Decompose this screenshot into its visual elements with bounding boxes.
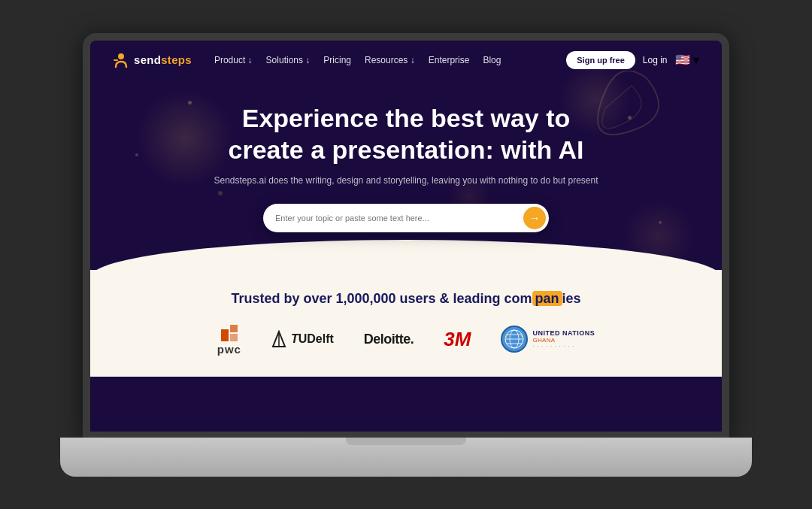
un-text-block: UNITED NATIONS GHANA · · · · · · · · · ·: [532, 329, 595, 350]
svg-rect-3: [230, 325, 238, 332]
company-logos-row: pwc TUDelft: [120, 323, 692, 356]
nav-links: Product ↓ Solutions ↓ Pricing Resources …: [214, 55, 566, 65]
nav-resources[interactable]: Resources ↓: [365, 55, 415, 65]
deloitte-logo: Deloitte.: [364, 332, 414, 347]
nav-pricing[interactable]: Pricing: [323, 55, 351, 65]
un-globe-icon: [503, 328, 526, 350]
trusted-section: Trusted by over 1,000,000 users & leadin…: [90, 270, 722, 377]
pwc-text: pwc: [217, 343, 241, 356]
tudelft-text: TUDelft: [291, 332, 334, 346]
hero-title: Experience the best way to create a pres…: [150, 102, 662, 166]
hero-section: Experience the best way to create a pres…: [90, 80, 722, 247]
logo-icon: [113, 52, 129, 68]
laptop-wrapper: sendsteps Product ↓ Solutions ↓ Pricing …: [83, 33, 729, 477]
nav-blog[interactable]: Blog: [483, 55, 501, 65]
login-button[interactable]: Log in: [643, 55, 668, 65]
laptop-base: [60, 438, 752, 477]
signup-button[interactable]: Sign up free: [566, 51, 635, 69]
3m-text: 3M: [444, 328, 471, 351]
tudelft-logo: TUDelft: [271, 330, 334, 348]
un-ghana-logo: UNITED NATIONS GHANA · · · · · · · · · ·: [501, 326, 595, 353]
deloitte-text: Deloitte.: [364, 332, 414, 347]
un-dotline: · · · · · · · · · ·: [532, 344, 595, 349]
un-circle-icon: [501, 326, 528, 353]
svg-rect-2: [221, 329, 229, 341]
nav-enterprise[interactable]: Enterprise: [429, 55, 470, 65]
logo-text: sendsteps: [134, 53, 192, 66]
screen-content: sendsteps Product ↓ Solutions ↓ Pricing …: [90, 41, 722, 432]
nav-solutions[interactable]: Solutions ↓: [266, 55, 311, 65]
un-ghana-text: GHANA: [532, 337, 595, 344]
laptop-screen: sendsteps Product ↓ Solutions ↓ Pricing …: [83, 33, 729, 439]
nav-actions: Sign up free Log in 🇺🇸 ▾: [566, 51, 699, 69]
search-bar: →: [263, 204, 549, 232]
flag-icon[interactable]: 🇺🇸 ▾: [675, 53, 699, 67]
un-title-text: UNITED NATIONS: [532, 329, 595, 338]
3m-logo: 3M: [444, 328, 471, 351]
pwc-logo: pwc: [217, 323, 241, 356]
svg-rect-4: [230, 334, 238, 341]
search-submit-button[interactable]: →: [523, 207, 546, 229]
search-input[interactable]: [275, 214, 523, 223]
svg-point-0: [118, 53, 124, 59]
logo[interactable]: sendsteps: [113, 52, 192, 68]
navbar: sendsteps Product ↓ Solutions ↓ Pricing …: [90, 41, 722, 80]
pwc-icon: [220, 323, 239, 343]
nav-product[interactable]: Product ↓: [214, 55, 253, 65]
tudelft-icon: [271, 330, 286, 348]
hero-subtitle: Sendsteps.ai does the writing, design an…: [150, 175, 662, 186]
trusted-title: Trusted by over 1,000,000 users & leadin…: [120, 291, 692, 307]
